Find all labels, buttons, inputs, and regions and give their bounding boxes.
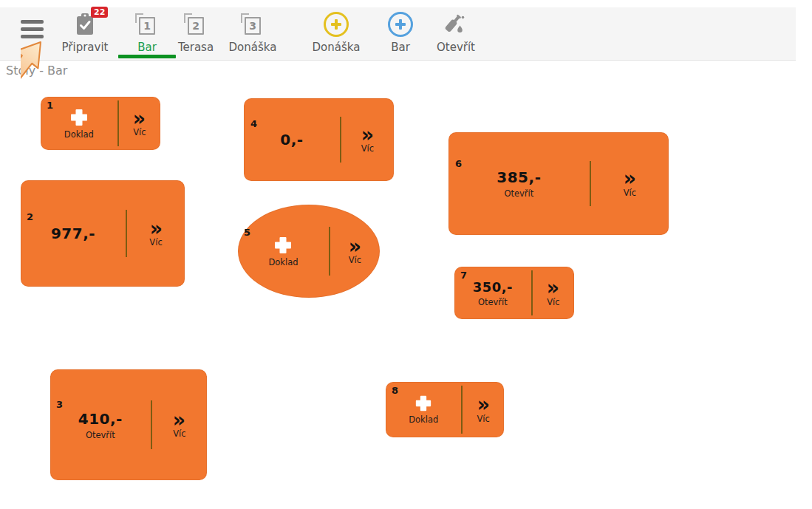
table-number: 7 [460, 270, 467, 281]
more-chevron-icon: » [149, 219, 162, 238]
toolbar-item-label: Donáška [313, 41, 361, 54]
more-chevron-icon: » [133, 109, 146, 128]
more-zone[interactable]: » Víc [463, 382, 504, 437]
more-chevron-icon: » [477, 395, 490, 414]
receipt-label: Doklad [268, 257, 298, 267]
table-card-3[interactable]: 3 410,- Otevřít » Víc [50, 369, 207, 480]
notification-badge: 22 [91, 7, 108, 18]
plus-icon [273, 236, 293, 255]
filter-3-icon: 3 [245, 10, 261, 39]
table-amount: 0,- [280, 131, 303, 148]
table-number: 2 [27, 211, 33, 222]
plus-icon [69, 108, 89, 127]
bottle-pour-icon [443, 10, 469, 39]
more-chevron-icon: » [624, 169, 636, 188]
more-chevron-icon: » [361, 126, 374, 144]
clipboard-check-icon: 22 [75, 10, 95, 39]
table-amount: 410,- [78, 410, 123, 428]
table-amount: 977,- [51, 225, 95, 242]
table-number: 5 [244, 227, 250, 238]
hamburger-menu-button[interactable] [21, 20, 44, 41]
table-card-5[interactable]: 5 Doklad » Víc [238, 205, 380, 298]
filter-1-icon: 1 [139, 10, 155, 39]
receipt-label: Doklad [409, 414, 438, 425]
more-chevron-icon: » [349, 237, 361, 256]
toolbar-item-otevrit[interactable]: Otevřít [426, 10, 485, 54]
tab-label: Bar [137, 41, 157, 54]
table-number: 6 [455, 158, 462, 169]
tab-terasa[interactable]: 2 Terasa [167, 10, 225, 54]
table-number: 3 [56, 399, 63, 410]
open-table-zone[interactable]: 385,- Otevřít [448, 132, 590, 235]
tab-donaska[interactable]: 3 Donáška [222, 10, 284, 54]
table-amount: 385,- [497, 168, 541, 186]
add-bar-button[interactable]: Bar [375, 10, 426, 54]
active-tab-underline [118, 55, 176, 58]
table-number: 4 [250, 118, 257, 129]
more-zone[interactable]: » Víc [127, 180, 185, 287]
open-table-zone[interactable]: 410,- Otevřít [50, 369, 151, 480]
table-card-7[interactable]: 7 350,- Otevřít » Víc [454, 267, 574, 319]
table-status-label: Otevřít [86, 430, 115, 440]
more-zone[interactable]: » Víc [330, 205, 380, 298]
table-card-2[interactable]: 2 977,- » Víc [21, 180, 185, 287]
toolbar: 22 Připravit 1 Bar 2 Terasa 3 Donáška [0, 7, 796, 61]
pos-tables-screen: 22 Připravit 1 Bar 2 Terasa 3 Donáška [0, 0, 812, 509]
table-status-label: Otevřít [478, 297, 508, 307]
more-zone[interactable]: » Víc [119, 97, 160, 150]
tab-label: Terasa [178, 41, 214, 54]
table-amount: 350,- [473, 279, 513, 295]
hamburger-bar [21, 20, 44, 24]
open-table-zone[interactable]: 977,- [21, 180, 126, 287]
table-card-6[interactable]: 6 385,- Otevřít » Víc [448, 132, 669, 235]
toolbar-item-label: Připravit [62, 41, 109, 54]
table-number: 1 [47, 100, 53, 111]
add-donaska-button[interactable]: Donáška [305, 10, 367, 54]
plus-icon [414, 394, 432, 412]
toolbar-item-label: Bar [391, 41, 410, 54]
hamburger-bar [21, 35, 44, 38]
more-zone[interactable]: » Víc [341, 98, 394, 181]
toolbar-item-label: Otevřít [437, 41, 475, 54]
more-chevron-icon: » [173, 411, 185, 429]
more-zone[interactable]: » Víc [591, 132, 669, 235]
filter-2-icon: 2 [188, 10, 204, 39]
table-card-8[interactable]: 8 Doklad » Víc [386, 382, 504, 437]
tab-label: Donáška [229, 41, 277, 54]
toolbar-item-pripravit[interactable]: 22 Připravit [54, 10, 116, 54]
more-zone[interactable]: » Víc [533, 267, 574, 319]
table-status-label: Otevřít [504, 188, 533, 199]
receipt-label: Doklad [64, 129, 94, 140]
open-table-zone[interactable]: 0,- [244, 98, 340, 181]
table-card-4[interactable]: 4 0,- » Víc [244, 98, 394, 181]
hamburger-bar [21, 27, 44, 31]
plus-circle-blue-icon [388, 10, 413, 39]
plus-circle-yellow-icon [324, 10, 349, 39]
more-zone[interactable]: » Víc [152, 369, 207, 480]
table-card-1[interactable]: 1 Doklad » Víc [41, 97, 160, 150]
page-title: Stoly - Bar [6, 64, 67, 78]
table-number: 8 [392, 385, 398, 396]
new-receipt-zone[interactable]: Doklad [238, 205, 329, 298]
more-chevron-icon: » [547, 279, 559, 297]
